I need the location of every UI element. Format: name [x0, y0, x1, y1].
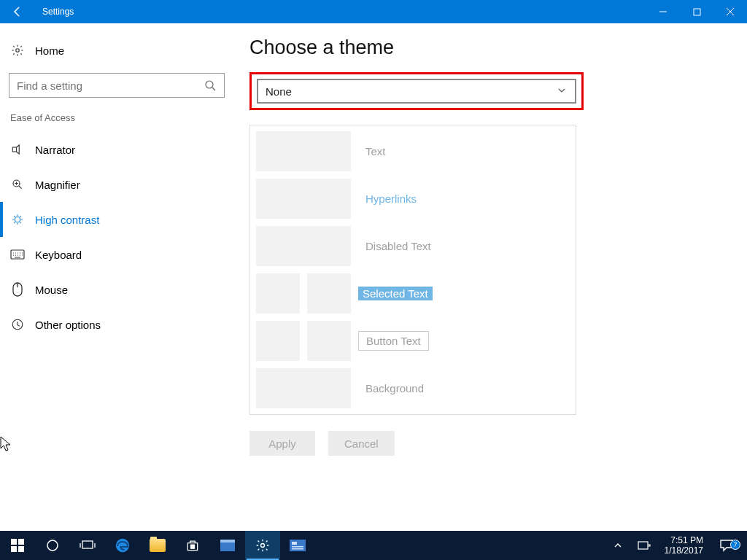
- swatch-button-fg[interactable]: [256, 321, 300, 361]
- taskbar: 7:51 PM 1/18/2017 7: [0, 531, 747, 560]
- svg-rect-3: [12, 147, 16, 152]
- sidebar-item-label: Narrator: [35, 144, 75, 156]
- close-button[interactable]: [713, 0, 747, 23]
- svg-point-2: [206, 81, 213, 88]
- preview-row-text: Text: [256, 131, 570, 171]
- start-button[interactable]: [0, 531, 35, 560]
- dropdown-value: None: [266, 85, 292, 98]
- tray-network-icon[interactable]: [631, 540, 657, 551]
- sidebar-item-label: Other options: [35, 319, 101, 331]
- svg-rect-18: [191, 547, 193, 548]
- nav-list: Narrator Magnifier High contrast: [0, 132, 225, 342]
- action-center-button[interactable]: 7: [711, 539, 743, 552]
- preview-row-button: Button Text: [256, 321, 570, 361]
- maximize-button[interactable]: [680, 0, 713, 23]
- sidebar-item-other-options[interactable]: Other options: [0, 307, 225, 342]
- sidebar-item-label: Magnifier: [35, 179, 80, 191]
- apply-button[interactable]: Apply: [249, 431, 315, 456]
- svg-rect-26: [292, 548, 303, 550]
- preview-label: Text: [358, 145, 386, 158]
- sidebar-item-label: Keyboard: [35, 249, 82, 261]
- sidebar-item-mouse[interactable]: Mouse: [0, 272, 225, 307]
- svg-rect-14: [82, 541, 93, 548]
- search-field[interactable]: [17, 79, 204, 92]
- magnifier-icon: [10, 177, 25, 192]
- preview-row-hyperlinks: Hyperlinks: [256, 179, 570, 219]
- preview-label: Button Text: [358, 331, 429, 351]
- taskbar-app-1[interactable]: [210, 531, 245, 560]
- svg-rect-17: [193, 545, 194, 546]
- keyboard-icon: [10, 247, 25, 262]
- narrator-icon: [10, 142, 25, 157]
- tray-overflow-button[interactable]: [605, 541, 631, 550]
- gear-icon: [10, 43, 25, 58]
- sidebar-item-narrator[interactable]: Narrator: [0, 132, 225, 167]
- swatch-selected-bg[interactable]: [307, 273, 351, 314]
- swatch-hyperlinks[interactable]: [256, 179, 351, 219]
- svg-rect-11: [11, 546, 17, 552]
- svg-rect-27: [638, 542, 648, 549]
- sidebar-item-magnifier[interactable]: Magnifier: [0, 167, 225, 202]
- clock-time: 7:51 PM: [665, 535, 703, 545]
- theme-preview: Text Hyperlinks Disabled Text Selected T…: [249, 125, 576, 415]
- taskbar-clock[interactable]: 7:51 PM 1/18/2017: [657, 535, 711, 556]
- cancel-button[interactable]: Cancel: [328, 431, 395, 456]
- taskbar-settings[interactable]: [245, 531, 280, 560]
- preview-label: Selected Text: [358, 287, 433, 300]
- chevron-down-icon: [557, 85, 568, 98]
- high-contrast-icon: [10, 212, 25, 227]
- home-label: Home: [35, 44, 64, 57]
- preview-row-background: Background: [256, 368, 570, 408]
- action-center-badge: 7: [730, 540, 740, 550]
- svg-point-13: [47, 540, 58, 551]
- folder-icon: [150, 539, 166, 552]
- taskbar-store[interactable]: [175, 531, 210, 560]
- preview-row-disabled: Disabled Text: [256, 226, 570, 266]
- taskbar-app-2[interactable]: [280, 531, 315, 560]
- svg-rect-24: [292, 542, 297, 545]
- minimize-button[interactable]: [646, 0, 680, 23]
- preview-label: Background: [358, 382, 424, 394]
- svg-rect-12: [18, 546, 24, 552]
- swatch-button-bg[interactable]: [307, 321, 351, 361]
- swatch-selected-fg[interactable]: [256, 273, 300, 314]
- taskbar-file-explorer[interactable]: [140, 531, 175, 560]
- dropdown-highlight: None: [249, 72, 584, 110]
- sidebar-item-label: Mouse: [35, 284, 68, 296]
- cortana-button[interactable]: [35, 531, 70, 560]
- mouse-icon: [10, 282, 25, 297]
- task-view-button[interactable]: [70, 531, 105, 560]
- sidebar-item-high-contrast[interactable]: High contrast: [0, 202, 225, 237]
- swatch-disabled[interactable]: [256, 226, 351, 266]
- home-button[interactable]: Home: [9, 34, 225, 67]
- svg-rect-23: [290, 540, 306, 551]
- category-label: Ease of Access: [10, 112, 225, 123]
- preview-row-selected: Selected Text: [256, 273, 570, 314]
- svg-rect-21: [220, 540, 235, 542]
- other-options-icon: [10, 317, 25, 332]
- swatch-text[interactable]: [256, 131, 351, 171]
- preview-label: Disabled Text: [358, 240, 431, 252]
- svg-point-5: [15, 217, 20, 222]
- window-title: Settings: [35, 0, 646, 23]
- main-pane: Choose a theme None Text Hyperlinks Disa…: [233, 23, 747, 531]
- svg-rect-25: [292, 546, 303, 548]
- taskbar-edge[interactable]: [105, 531, 140, 560]
- back-button[interactable]: [0, 0, 35, 23]
- svg-rect-10: [18, 539, 24, 545]
- svg-rect-9: [11, 539, 17, 545]
- svg-point-1: [16, 49, 20, 52]
- search-input[interactable]: [9, 73, 225, 98]
- theme-dropdown[interactable]: None: [257, 79, 576, 104]
- sidebar-item-keyboard[interactable]: Keyboard: [0, 237, 225, 272]
- sidebar: Home Ease of Access Narrator: [0, 23, 233, 531]
- window-titlebar: Settings: [0, 0, 747, 23]
- svg-rect-0: [694, 9, 700, 15]
- svg-rect-19: [193, 547, 194, 548]
- page-title: Choose a theme: [249, 36, 732, 59]
- clock-date: 1/18/2017: [665, 545, 703, 556]
- sidebar-item-label: High contrast: [35, 214, 99, 226]
- search-icon: [204, 79, 217, 91]
- preview-label: Hyperlinks: [358, 192, 417, 205]
- swatch-background[interactable]: [256, 368, 351, 408]
